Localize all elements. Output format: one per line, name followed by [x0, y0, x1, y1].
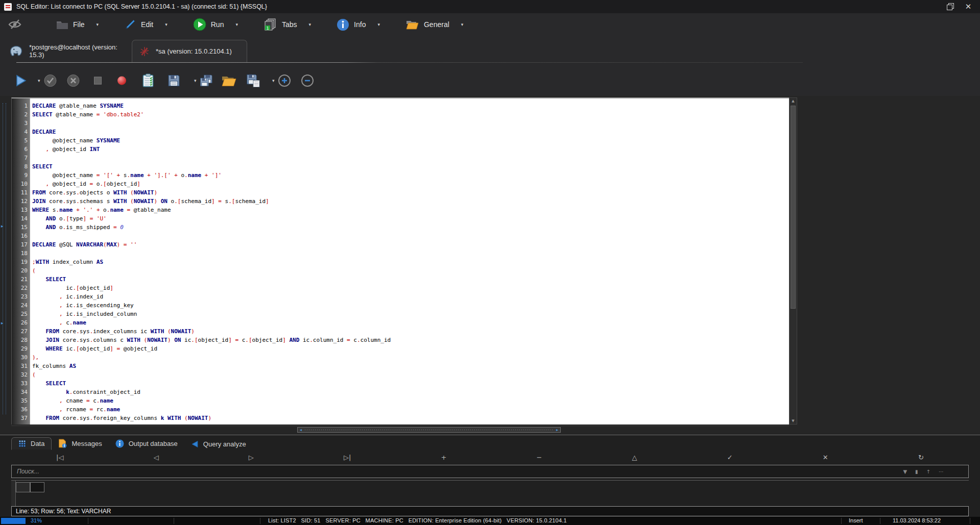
scroll-right-icon[interactable]: ▸: [556, 428, 558, 432]
grid-cell[interactable]: [30, 482, 44, 492]
menu-tabs[interactable]: 1 Tabs ▾: [256, 16, 318, 33]
code-line[interactable]: 1DECLARE @table_name SYSNAME: [12, 102, 789, 110]
chevron-down-icon[interactable]: ▾: [235, 22, 238, 27]
save-icon[interactable]: [168, 74, 180, 87]
check-icon[interactable]: [44, 74, 57, 87]
code-line[interactable]: 37 FROM core.sys.foreign_key_columns k W…: [12, 414, 789, 422]
filter-icon[interactable]: ▼: [903, 469, 907, 474]
collapse-arrow-icon[interactable]: ▸: [1, 320, 4, 326]
save-all-icon[interactable]: [199, 74, 213, 88]
code-line[interactable]: 33 SELECT: [12, 379, 789, 388]
code-line[interactable]: 16: [12, 232, 789, 240]
code-line[interactable]: 36 , rcname = rc.name: [12, 405, 789, 414]
code-line[interactable]: 26 , c.name: [12, 318, 789, 327]
code-line[interactable]: 23 , ic.index_id: [12, 292, 789, 301]
code-line[interactable]: 22 ic.[object_id]: [12, 284, 789, 292]
tab-query-analyze[interactable]: Query analyze: [184, 438, 253, 450]
code-line[interactable]: 3: [12, 119, 789, 128]
code-line[interactable]: 29 WHERE ic.[object_id] = @object_id: [12, 344, 789, 353]
scroll-up-icon[interactable]: ▲: [790, 99, 797, 103]
next-record-button[interactable]: ▷: [244, 454, 259, 461]
save-dropdown-icon[interactable]: ▾: [194, 78, 197, 83]
pin-icon[interactable]: ▮: [915, 469, 918, 474]
zoom-out-icon[interactable]: [300, 73, 315, 88]
refresh-button[interactable]: ↻: [913, 454, 929, 461]
tab-output-database[interactable]: Output database: [109, 437, 184, 450]
open-file-icon[interactable]: [221, 74, 237, 87]
code-line[interactable]: 19;WITH index_column AS: [12, 258, 789, 266]
restore-window-button[interactable]: [940, 0, 958, 13]
code-line[interactable]: 14 AND o.[type] = 'U': [12, 214, 789, 223]
code-line[interactable]: 10 , @object_id = o.[object_id]: [12, 180, 789, 188]
code-line[interactable]: 6 , @object_id INT: [12, 145, 789, 154]
code-line[interactable]: 34 k.constraint_object_id: [12, 388, 789, 396]
save-copy-dropdown-icon[interactable]: ▾: [272, 78, 275, 83]
code-line[interactable]: 17DECLARE @SQL NVARCHAR(MAX) = '': [12, 240, 789, 249]
save-copy-icon[interactable]: [246, 74, 260, 88]
first-record-button[interactable]: |◁: [51, 454, 68, 461]
insert-record-button[interactable]: +: [436, 454, 451, 461]
horizontal-scrollbar[interactable]: ◂ ▸: [11, 426, 789, 434]
execute-icon[interactable]: [15, 74, 27, 87]
hide-panels-icon[interactable]: [7, 18, 22, 31]
stop-icon[interactable]: [94, 77, 102, 85]
scroll-left-icon[interactable]: ◂: [300, 428, 302, 432]
code-line[interactable]: 8SELECT: [12, 162, 789, 171]
menu-info[interactable]: Info ▾: [329, 16, 387, 33]
execute-dropdown-icon[interactable]: ▾: [38, 78, 40, 83]
code-line[interactable]: 28 JOIN core.sys.columns c WITH (NOWAIT)…: [12, 336, 789, 344]
menu-run[interactable]: Run ▾: [186, 16, 245, 33]
code-line[interactable]: 32(: [12, 370, 789, 379]
zoom-in-icon[interactable]: [277, 73, 292, 88]
close-window-button[interactable]: ✕: [960, 0, 977, 13]
last-record-button[interactable]: ▷|: [339, 454, 356, 461]
scroll-down-icon[interactable]: ▼: [790, 419, 797, 423]
code-line[interactable]: 31fk_columns AS: [12, 362, 789, 370]
code-line[interactable]: 24 , ic.is_descending_key: [12, 301, 789, 310]
chevron-down-icon[interactable]: ▾: [309, 22, 312, 27]
code-line[interactable]: 9 @object_name = '[' + s.name + '].[' + …: [12, 171, 789, 180]
menu-edit[interactable]: Edit ▾: [117, 16, 175, 33]
code-line[interactable]: 13WHERE s.name + '.' + o.name = @table_n…: [12, 206, 789, 214]
code-line[interactable]: 4DECLARE: [12, 128, 789, 136]
code-line[interactable]: 21 SELECT: [12, 275, 789, 284]
tab-data[interactable]: Data: [11, 437, 52, 450]
code-line[interactable]: 2SELECT @table_name = 'dbo.table2': [12, 110, 789, 119]
code-line[interactable]: 20(: [12, 266, 789, 275]
chevron-down-icon[interactable]: ▾: [97, 22, 99, 27]
delete-record-button[interactable]: −: [532, 454, 547, 461]
chevron-down-icon[interactable]: ▾: [377, 22, 380, 27]
code-line[interactable]: 15 AND o.is_ms_shipped = 0: [12, 223, 789, 232]
menu-general[interactable]: General ▾: [398, 16, 470, 33]
cancel-edit-button[interactable]: ✕: [818, 454, 833, 461]
code-line[interactable]: 12JOIN core.sys.schemas s WITH (NOWAIT) …: [12, 197, 789, 206]
code-line[interactable]: 35 , cname = c.name: [12, 396, 789, 405]
chevron-down-icon[interactable]: ▾: [165, 22, 168, 27]
code-line[interactable]: 30),: [12, 353, 789, 362]
previous-record-button[interactable]: ◁: [149, 454, 164, 461]
script-icon[interactable]: [142, 73, 154, 88]
sort-up-icon[interactable]: ↑: [926, 469, 930, 474]
code-line[interactable]: 5 @object_name SYSNAME: [12, 136, 789, 145]
cancel-icon[interactable]: [67, 74, 80, 87]
more-icon[interactable]: ⋯: [939, 469, 944, 474]
code-line[interactable]: 25 , ic.is_included_column: [12, 310, 789, 318]
record-icon[interactable]: [117, 77, 126, 85]
menu-file[interactable]: File ▾: [49, 16, 106, 33]
sql-code-editor[interactable]: 1DECLARE @table_name SYSNAME2SELECT @tab…: [11, 97, 789, 424]
splitter-handle[interactable]: [3, 103, 6, 414]
tab-messages[interactable]: Messages: [52, 437, 108, 450]
search-input[interactable]: [16, 467, 903, 476]
code-line[interactable]: 7: [12, 154, 789, 162]
edit-record-button[interactable]: △: [627, 454, 642, 461]
vertical-scrollbar-thumb[interactable]: [791, 106, 796, 309]
code-line[interactable]: 27 FROM core.sys.index_columns ic WITH (…: [12, 327, 789, 336]
code-line[interactable]: 11FROM core.sys.objects o WITH (NOWAIT): [12, 188, 789, 197]
vertical-scrollbar[interactable]: ▲ ▼: [789, 97, 797, 424]
collapse-arrow-icon[interactable]: ▸: [1, 223, 4, 229]
grid-cell-selector[interactable]: [16, 482, 30, 492]
post-edit-button[interactable]: ✓: [722, 454, 738, 461]
code-line[interactable]: 18: [12, 249, 789, 258]
tab-postgres-connection[interactable]: *postgres@localhost (version: 15.3): [2, 40, 139, 62]
horizontal-scrollbar-thumb[interactable]: ◂ ▸: [297, 427, 561, 433]
